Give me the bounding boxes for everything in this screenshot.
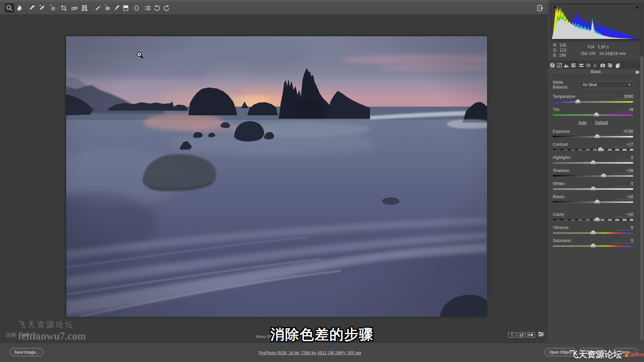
preferences-list-icon[interactable] <box>143 3 152 13</box>
zoom-level-dropdown[interactable]: ˅ <box>32 333 38 337</box>
slider-thumb[interactable] <box>591 160 596 164</box>
tab-detail[interactable] <box>562 61 570 69</box>
slider-track[interactable] <box>553 135 633 138</box>
slider-value-field[interactable]: +10 <box>614 194 633 199</box>
slider-value-field[interactable]: +10 <box>614 212 633 217</box>
tab-snapshots[interactable] <box>614 61 621 69</box>
tab-basic[interactable] <box>549 61 556 69</box>
slider-label: Contrast <box>553 142 568 147</box>
g-label: G: <box>553 48 557 53</box>
highlight-clipping-icon[interactable] <box>635 5 639 8</box>
tab-hsl-grayscale[interactable] <box>570 61 577 69</box>
slider-label: Tint <box>553 107 559 112</box>
white-balance-row: White Balance: As Shot ▼ <box>553 80 633 89</box>
r-value: 135 <box>559 43 566 48</box>
slider-value-field[interactable]: +26 <box>614 168 633 173</box>
default-link[interactable]: Default <box>595 120 608 125</box>
slider-thumb[interactable] <box>575 99 580 103</box>
slider-track[interactable] <box>553 187 633 191</box>
tab-lens-corrections[interactable] <box>585 61 592 69</box>
histogram[interactable] <box>550 3 642 41</box>
straighten-tool-icon[interactable] <box>70 3 79 13</box>
slider-thumb[interactable] <box>595 134 600 138</box>
transform-tool-icon[interactable] <box>80 3 89 13</box>
slider-thumb[interactable] <box>595 217 600 221</box>
hand-tool-icon[interactable] <box>15 3 24 13</box>
slider-track[interactable] <box>553 200 633 204</box>
slider-track[interactable] <box>553 231 633 235</box>
shadow-clipping-icon[interactable] <box>553 5 557 8</box>
b-label: B: <box>553 53 557 58</box>
tab-split-toning[interactable] <box>578 61 585 69</box>
before-after-toggle-button[interactable]: Y▪ <box>508 332 516 338</box>
slider-value-field[interactable]: 0 <box>614 155 633 160</box>
slider-thumb[interactable] <box>598 147 603 151</box>
zoom-level: 50% <box>21 333 29 337</box>
image-canvas[interactable]: Nikon D800·_FOX − + 50% ˅ Y▪ <box>0 15 548 343</box>
zoom-tool-icon[interactable] <box>5 3 14 13</box>
slider-thumb[interactable] <box>595 199 600 203</box>
slider-value-field[interactable]: 5050 <box>614 94 633 99</box>
slider-track[interactable] <box>553 161 633 165</box>
adjustments-panel: R: 135 G: 123 B: 156 f/14 2,50 s ISO 100… <box>548 0 644 343</box>
auto-link[interactable]: Auto <box>578 120 587 125</box>
slider-value-field[interactable]: 0 <box>614 225 633 230</box>
tab-camera-calibration[interactable] <box>599 61 606 69</box>
preview-preferences-icon[interactable] <box>538 331 544 338</box>
basic-panel-body: White Balance: As Shot ▼ Temperature 505… <box>548 75 640 251</box>
group-divider <box>548 207 638 208</box>
slider-thumb[interactable] <box>591 186 596 190</box>
rotate-right-icon[interactable] <box>162 3 171 13</box>
slider-track[interactable] <box>553 218 633 222</box>
panel-scrollbar[interactable] <box>640 3 644 340</box>
swap-before-after-button[interactable] <box>518 332 526 338</box>
tab-tone-curve[interactable] <box>556 61 563 69</box>
panel-menu-icon[interactable] <box>635 71 639 74</box>
workflow-options-link[interactable]: ProPhoto RGB; 16 bit; 7360 by 4912 (36,2… <box>259 351 361 355</box>
slider-thumb[interactable] <box>601 173 606 177</box>
radial-filter-tool-icon[interactable] <box>132 3 141 13</box>
zoom-in-button[interactable]: + <box>11 333 16 337</box>
subtitle-text: 消除色差的步骤 <box>270 325 374 344</box>
slider-value-field[interactable]: 0 <box>614 181 633 186</box>
slider-value-field[interactable]: +0,50 <box>614 129 633 134</box>
open-object-button[interactable]: Open Object <box>544 348 576 356</box>
slider-thumb[interactable] <box>591 243 596 247</box>
color-sampler-tool-icon[interactable] <box>37 3 47 13</box>
aperture-value: f/14 <box>588 45 594 49</box>
slider-value-field[interactable]: +8 <box>614 107 633 112</box>
photo-preview[interactable] <box>66 36 487 316</box>
scrollbar-thumb[interactable] <box>640 56 643 341</box>
white-balance-tool-icon[interactable] <box>27 3 37 13</box>
done-button[interactable]: Done <box>612 348 637 356</box>
slider-thumb[interactable] <box>594 112 599 116</box>
tab-effects[interactable]: fx <box>592 61 599 69</box>
slider-thumb[interactable] <box>591 230 596 234</box>
white-balance-select[interactable]: As Shot ▼ <box>580 81 633 88</box>
slider-label: Highlights <box>553 155 571 160</box>
red-eye-tool-icon[interactable] <box>103 3 112 13</box>
spot-removal-tool-icon[interactable] <box>93 3 103 13</box>
tone-sliders-group: Exposure +0,50 Contrast +17 Highlights 0 <box>553 129 633 204</box>
graduated-filter-tool-icon[interactable] <box>121 3 130 13</box>
slider-value-field[interactable]: 0 <box>614 238 633 243</box>
bottom-bar: Save Image... ProPhoto RGB; 16 bit; 7360… <box>0 343 644 362</box>
slider-value-field[interactable]: +17 <box>614 142 633 147</box>
cancel-button[interactable]: Cancel <box>579 348 605 356</box>
adjustment-brush-tool-icon[interactable] <box>112 3 121 13</box>
slider-track[interactable] <box>553 113 633 117</box>
zoom-out-button[interactable]: − <box>6 333 11 337</box>
slider-track[interactable] <box>553 100 633 104</box>
copy-settings-button[interactable] <box>527 332 535 338</box>
targeted-adjustment-tool-icon[interactable] <box>48 3 57 13</box>
tab-presets[interactable] <box>606 61 613 69</box>
slider-label: Whites <box>553 181 565 186</box>
slider-track[interactable] <box>553 244 633 248</box>
save-image-button[interactable]: Save Image... <box>9 348 44 356</box>
rotate-left-icon[interactable] <box>152 3 162 13</box>
slider-row: Exposure +0,50 <box>553 129 633 138</box>
crop-tool-icon[interactable] <box>59 3 68 13</box>
slider-track[interactable] <box>553 174 633 178</box>
toggle-panel-icon[interactable] <box>536 4 545 12</box>
slider-track[interactable] <box>553 148 633 152</box>
